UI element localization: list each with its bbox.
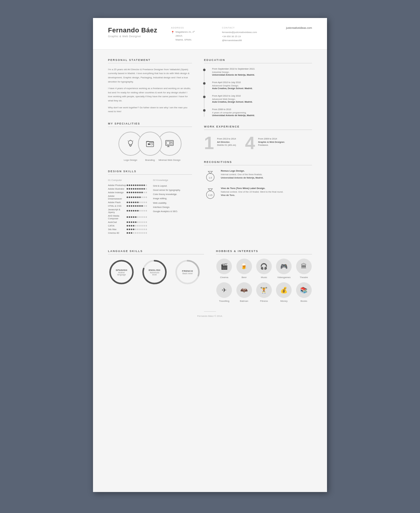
dot-empty (143, 229, 145, 230)
dot-filled (135, 196, 136, 198)
knowledge-skills-label: 02 Knowledge (153, 179, 192, 182)
dot-empty (146, 184, 147, 186)
skill-row: Adobe Photoshop (108, 184, 147, 187)
personal-text-3: Why don't we work together? Go futher do… (108, 106, 192, 114)
dot-filled (131, 210, 132, 212)
skill-dots (127, 210, 147, 212)
lang-name: FRENCH (182, 270, 193, 272)
skill-row: Adobe Illustrator (108, 188, 147, 190)
knowledge-item: Image editing. (153, 196, 192, 201)
dot-filled (127, 205, 128, 207)
dot-filled (129, 196, 130, 198)
dot-filled (133, 210, 134, 212)
dot-empty (146, 232, 147, 234)
recognition-title: Remus Logo Design. (221, 170, 312, 172)
address-line3: Madrid, SPAIN. (176, 38, 195, 42)
footer-text: Fernando Báez © 2014. (197, 315, 223, 317)
dot-empty (141, 196, 143, 198)
skill-dots (127, 225, 147, 226)
personal-statement-title: PERSONAL STATEMENT (108, 58, 192, 63)
dot-filled (133, 192, 134, 193)
dot-filled (137, 196, 139, 198)
recognition-text: Vino de Toro (Toro Wine) Label Design. N… (221, 187, 312, 196)
dot-empty (143, 205, 145, 207)
dot-filled (141, 192, 143, 193)
personal-text-1: I'm a 25 years old Art Director & Freela… (108, 68, 192, 84)
dot-filled (131, 216, 132, 218)
medal-icon: 2-15 (204, 187, 217, 200)
hobby-item: 🎬 Cinema (216, 259, 232, 279)
edu-period: From 2006 to 2010 (212, 108, 312, 111)
dot-filled (139, 188, 141, 190)
dot-empty (137, 216, 139, 218)
recognitions-title: RECOGNITIONS (204, 160, 312, 165)
work-number: 1 (204, 134, 214, 152)
work-title: Art Director. (217, 141, 236, 143)
design-skills-title: DESIGN SKILLS (108, 170, 192, 175)
contact-block: Contact fernando@justcreativeideas.com +… (222, 26, 270, 43)
work-detail: From 2009 to 2014 Graphic & Web Designer… (258, 134, 285, 147)
hobby-label: Travelling (219, 300, 229, 302)
website-block: justcreativeideas.com (279, 26, 312, 29)
dot-filled (139, 196, 141, 198)
dot-empty (141, 210, 143, 212)
personal-statement-section: PERSONAL STATEMENT I'm a 25 years old Ar… (108, 58, 192, 114)
hobby-icon: 🏛 (296, 259, 312, 274)
lang-circle-wrap: ENGLISH Advanced level (141, 259, 168, 286)
skill-name: Adobe Photoshop (108, 184, 126, 187)
dot-filled (135, 192, 136, 193)
dot-filled (137, 188, 139, 190)
dot-filled (129, 210, 130, 212)
education-section: EDUCATION From September 2010 to Septemb… (204, 58, 312, 117)
edu-period: From April 2010 to July 2010 (212, 94, 312, 97)
skill-row: Cinema 4D (108, 232, 147, 234)
dot-filled (133, 205, 134, 207)
dot-empty (143, 210, 145, 212)
dot-filled (137, 202, 139, 203)
dot-filled (137, 205, 139, 207)
computer-skills-col: 01 Computer Adobe PhotoshopAdobe Illustr… (108, 179, 147, 235)
skill-row: AutoCad (108, 221, 147, 224)
dot-empty (135, 229, 136, 230)
skill-dots (127, 196, 147, 198)
edu-school: Universidad Antonio de Nebrija, Madrid. (212, 114, 312, 117)
svg-rect-8 (151, 143, 153, 145)
dot-filled (133, 196, 134, 198)
svg-text:1-3: 1-3 (209, 177, 212, 179)
main-content: PERSONAL STATEMENT I'm a 25 years old Ar… (93, 50, 327, 332)
dot-filled (129, 205, 130, 207)
dot-filled (141, 205, 143, 207)
dot-filled (133, 188, 134, 190)
knowledge-item: Web usability. (153, 201, 192, 205)
recognition-desc: Internal contest. One of the three final… (221, 173, 312, 176)
contact-label: Contact (222, 26, 270, 29)
work-company: Freelance. (258, 143, 285, 147)
skill-name: AutoCad (108, 221, 117, 224)
knowledge-item: Good sense for typography. (153, 188, 192, 192)
hobby-item: 🎮 Videogames (276, 259, 292, 279)
edu-degree: Industrial Design. (212, 71, 312, 74)
email: fernando@justcreativeideas.com (222, 30, 270, 34)
job-title: Graphic & Web Designer (108, 35, 162, 38)
skill-name: HTML & CSS (108, 205, 122, 207)
skill-row: HTML & CSS (108, 205, 147, 207)
dot-empty (139, 225, 141, 226)
svg-line-5 (133, 141, 134, 141)
left-column: PERSONAL STATEMENT I'm a 25 years old Ar… (108, 58, 192, 244)
skill-row: CATIA (108, 224, 147, 227)
edu-school: Universidad Antonio de Nebrija, Madrid. (212, 74, 312, 76)
svg-rect-11 (170, 141, 172, 142)
svg-rect-10 (166, 141, 170, 145)
dot-empty (139, 202, 141, 203)
bulb-icon (126, 139, 135, 148)
dot-empty (146, 225, 147, 226)
computer-skills-label: 01 Computer (108, 179, 147, 182)
dot-empty (146, 210, 147, 212)
skill-name: CATIA (108, 224, 115, 227)
work-item: 4 From 2009 to 2014 Graphic & Web Design… (245, 134, 285, 152)
dot-filled (127, 184, 128, 186)
dot-filled (127, 225, 128, 226)
dot-filled (127, 229, 128, 230)
language-item: ENGLISH Advanced level (141, 259, 168, 286)
lang-level: Mother language (115, 271, 128, 275)
